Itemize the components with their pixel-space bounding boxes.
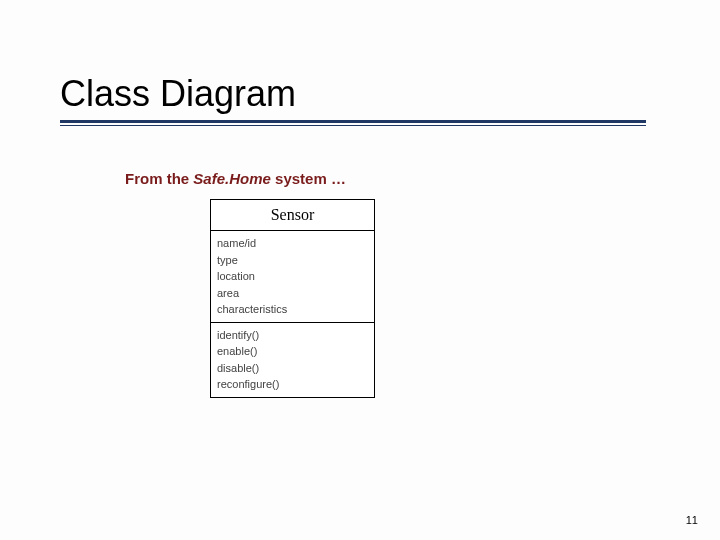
uml-operation: disable() xyxy=(217,360,368,377)
slide-subtitle: From the Safe.Home system … xyxy=(125,170,346,187)
uml-class: Sensor name/id type location area charac… xyxy=(210,199,375,398)
page-number: 11 xyxy=(686,514,698,526)
uml-operation: enable() xyxy=(217,343,368,360)
uml-attribute: type xyxy=(217,252,368,269)
uml-operation: identify() xyxy=(217,327,368,344)
uml-attributes-section: name/id type location area characteristi… xyxy=(210,230,375,323)
uml-attribute: characteristics xyxy=(217,301,368,318)
title-underline-thin xyxy=(60,125,646,126)
uml-attribute: area xyxy=(217,285,368,302)
uml-operation: reconfigure() xyxy=(217,376,368,393)
title-underline-thick xyxy=(60,120,646,123)
uml-class-name: Sensor xyxy=(210,199,375,231)
uml-attribute: name/id xyxy=(217,235,368,252)
slide: Class Diagram From the Safe.Home system … xyxy=(0,0,720,540)
uml-operations-section: identify() enable() disable() reconfigur… xyxy=(210,322,375,398)
slide-title: Class Diagram xyxy=(60,74,646,118)
uml-class-box: Sensor name/id type location area charac… xyxy=(210,200,375,398)
subtitle-italic: Safe.Home xyxy=(193,170,271,187)
subtitle-suffix: system … xyxy=(271,170,346,187)
subtitle-prefix: From the xyxy=(125,170,193,187)
uml-attribute: location xyxy=(217,268,368,285)
title-block: Class Diagram xyxy=(60,74,646,126)
